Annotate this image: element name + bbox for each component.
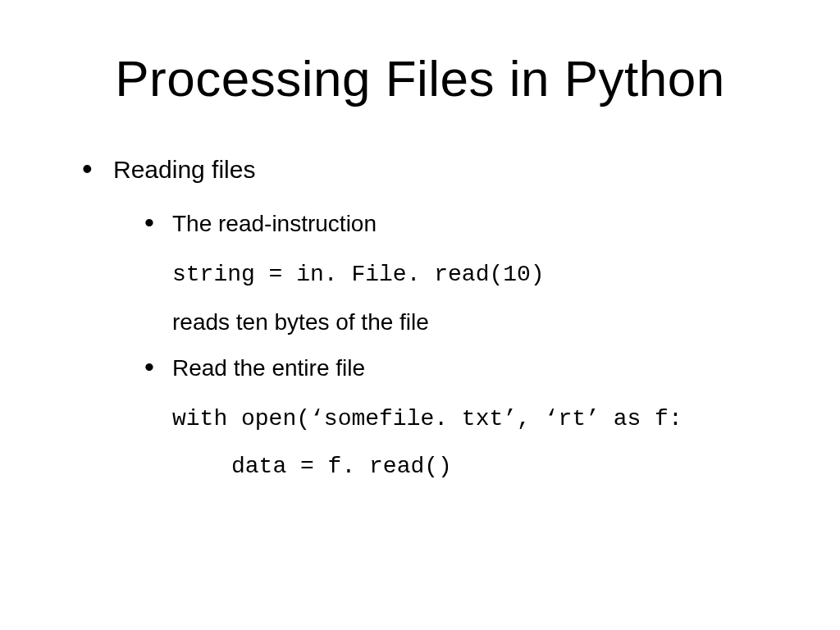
bullet-read-entire: • Read the entire file [144,355,783,381]
level2-list: • Read the entire file [57,355,783,381]
code-block-with-open: with open(‘somefile. txt’, ‘rt’ as f: [57,404,783,434]
code-block-data-read: data = f. read() [57,452,783,482]
level1-list: • Reading files [57,157,783,183]
desc-line: reads ten bytes of the file [172,308,783,337]
code-line: string = in. File. read(10) [172,260,783,290]
bullet-text: Read the entire file [172,355,365,381]
code-line: data = f. read() [231,452,783,482]
desc-block: reads ten bytes of the file [57,308,783,337]
slide-title: Processing Files in Python [57,49,783,107]
bullet-text: Reading files [113,157,255,183]
slide: Processing Files in Python • Reading fil… [0,0,840,630]
bullet-read-instruction: • The read-instruction [144,211,783,237]
level2-list: • The read-instruction [57,211,783,237]
bullet-icon: • [82,157,94,181]
bullet-icon: • [144,355,154,378]
code-block-read-n: string = in. File. read(10) [57,260,783,290]
code-line: with open(‘somefile. txt’, ‘rt’ as f: [172,404,783,434]
bullet-text: The read-instruction [172,211,377,237]
bullet-icon: • [144,211,154,234]
bullet-reading-files: • Reading files [82,157,783,183]
